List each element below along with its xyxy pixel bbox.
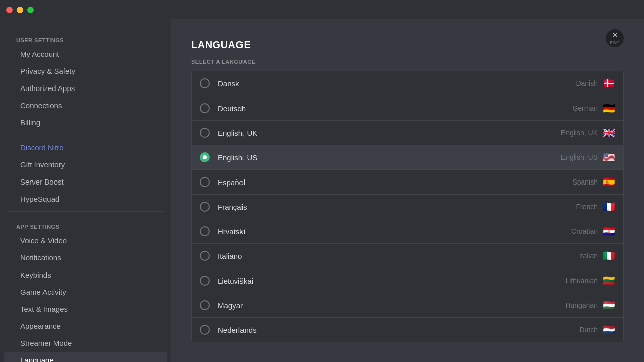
sidebar-item-label: Keybinds [20, 270, 51, 279]
language-name: Español [218, 178, 572, 187]
app-container: USER SETTINGS My Account Privacy & Safet… [0, 0, 644, 362]
sidebar-item-label: HypeSquad [20, 195, 59, 203]
language-english-name: Lithuanian [565, 277, 598, 285]
sidebar-item-language[interactable]: Language [4, 352, 167, 362]
language-row[interactable]: English, USEnglish, US🇺🇸 [192, 145, 623, 170]
language-row[interactable]: LietuviškaiLithuanian🇱🇹 [192, 268, 623, 293]
sidebar-item-keybinds[interactable]: Keybinds [4, 266, 167, 283]
language-row[interactable]: MagyarHungarian🇭🇺 [192, 293, 623, 318]
language-flag: 🇭🇷 [603, 226, 615, 236]
traffic-light-red[interactable] [6, 7, 13, 13]
language-name: Lietuviškai [218, 277, 565, 285]
language-english-name: French [576, 203, 598, 211]
language-row[interactable]: NederlandsDutch🇳🇱 [192, 318, 623, 342]
sidebar-item-label: Authorized Apps [20, 84, 75, 93]
sidebar-item-text-images[interactable]: Text & Images [4, 301, 167, 317]
sidebar-item-label: My Account [20, 50, 59, 58]
sidebar-divider-2 [8, 211, 163, 212]
sidebar-item-gift-inventory[interactable]: Gift Inventory [4, 156, 167, 173]
language-row[interactable]: HrvatskiCroatian🇭🇷 [192, 219, 623, 244]
language-name: Dansk [218, 79, 576, 88]
language-english-name: Danish [576, 79, 598, 87]
language-english-name: Dutch [579, 326, 598, 334]
language-name: English, US [218, 153, 561, 162]
language-flag: 🇮🇹 [603, 251, 615, 261]
language-row[interactable]: FrançaisFrench🇫🇷 [192, 195, 623, 219]
sidebar-item-label: Language [20, 356, 54, 362]
radio-button [200, 226, 210, 236]
language-english-name: Spanish [572, 178, 598, 186]
sidebar-item-label: Discord Nitro [20, 143, 64, 152]
user-settings-header: USER SETTINGS [0, 29, 171, 45]
language-english-name: Italian [579, 252, 598, 260]
language-name: English, UK [218, 129, 561, 137]
language-row[interactable]: DanskDanish🇩🇰 [192, 71, 623, 96]
sidebar-item-label: Billing [20, 118, 40, 127]
language-flag: 🇬🇧 [603, 128, 615, 138]
language-english-name: English, US [561, 153, 598, 161]
sidebar-item-label: Streamer Mode [20, 339, 72, 347]
language-row[interactable]: ItalianoItalian🇮🇹 [192, 244, 623, 268]
radio-button [200, 152, 210, 162]
language-flag: 🇩🇰 [603, 78, 615, 88]
sidebar-item-hypesquad[interactable]: HypeSquad [4, 191, 167, 207]
language-name: Nederlands [218, 326, 579, 334]
sidebar-item-authorized-apps[interactable]: Authorized Apps [4, 80, 167, 97]
radio-button [200, 202, 210, 212]
radio-button [200, 300, 210, 310]
sidebar-item-label: Notifications [20, 253, 61, 262]
language-row[interactable]: EspañolSpanish🇪🇸 [192, 170, 623, 195]
sidebar-item-streamer-mode[interactable]: Streamer Mode [4, 335, 167, 351]
sidebar-item-label: Voice & Video [20, 236, 67, 245]
sidebar-item-connections[interactable]: Connections [4, 97, 167, 114]
sidebar-item-voice-video[interactable]: Voice & Video [4, 232, 167, 249]
app-settings-header: APP SETTINGS [0, 216, 171, 232]
sidebar-item-server-boost[interactable]: Server Boost [4, 173, 167, 190]
language-row[interactable]: DeutschGerman🇩🇪 [192, 96, 623, 121]
radio-button [200, 276, 210, 286]
close-esc-label: ESC [610, 40, 620, 45]
language-flag: 🇪🇸 [603, 177, 615, 187]
sidebar-item-label: Text & Images [20, 305, 68, 313]
sidebar-item-my-account[interactable]: My Account [4, 46, 167, 62]
sidebar-item-billing[interactable]: Billing [4, 114, 167, 131]
language-flag: 🇳🇱 [603, 325, 615, 335]
radio-button [200, 128, 210, 138]
language-row[interactable]: English, UKEnglish, UK🇬🇧 [192, 121, 623, 145]
radio-button [200, 325, 210, 335]
language-list: DanskDanish🇩🇰DeutschGerman🇩🇪English, UKE… [191, 71, 624, 342]
language-english-name: German [572, 104, 598, 112]
language-name: Français [218, 203, 576, 211]
traffic-light-green[interactable] [27, 7, 34, 13]
sidebar-item-label: Server Boost [20, 177, 64, 186]
page-title: LANGUAGE [191, 39, 624, 51]
language-flag: 🇱🇹 [603, 276, 615, 286]
language-name: Italiano [218, 252, 579, 260]
sidebar-item-discord-nitro[interactable]: Discord Nitro [4, 139, 167, 156]
language-name: Hrvatski [218, 227, 571, 236]
traffic-light-yellow[interactable] [17, 7, 23, 13]
radio-button [200, 103, 210, 113]
sidebar-item-game-activity[interactable]: Game Activity [4, 284, 167, 300]
language-english-name: English, UK [561, 129, 598, 137]
language-flag: 🇩🇪 [603, 103, 615, 113]
radio-button [200, 251, 210, 261]
language-flag: 🇺🇸 [603, 152, 615, 162]
sidebar-item-privacy-safety[interactable]: Privacy & Safety [4, 63, 167, 79]
sidebar-item-notifications[interactable]: Notifications [4, 249, 167, 266]
language-flag: 🇫🇷 [603, 202, 615, 212]
language-name: Deutsch [218, 104, 572, 113]
sidebar-item-appearance[interactable]: Appearance [4, 318, 167, 334]
sidebar-item-label: Gift Inventory [20, 160, 65, 169]
sidebar-item-label: Privacy & Safety [20, 67, 75, 75]
language-flag: 🇭🇺 [603, 300, 615, 310]
sidebar-item-label: Connections [20, 101, 62, 110]
close-icon: ✕ [612, 31, 618, 39]
sidebar-item-label: Game Activity [20, 288, 66, 296]
radio-button [200, 177, 210, 187]
language-name: Magyar [218, 301, 565, 310]
close-button[interactable]: ✕ ESC [606, 29, 624, 47]
radio-button [200, 78, 210, 88]
sidebar-item-label: Appearance [20, 322, 61, 330]
sidebar: USER SETTINGS My Account Privacy & Safet… [0, 19, 171, 362]
